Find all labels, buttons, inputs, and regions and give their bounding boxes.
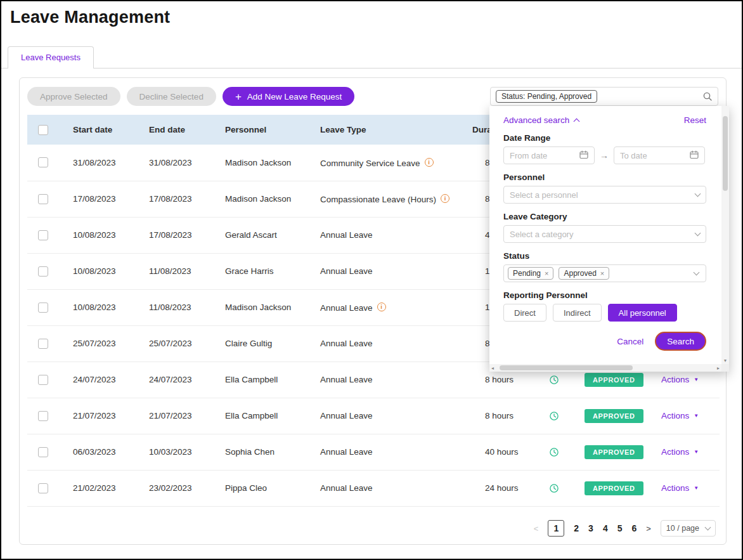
row-checkbox[interactable] (38, 266, 48, 277)
scroll-left-icon[interactable]: ◂ (491, 365, 494, 371)
pagination-prev[interactable]: < (534, 524, 539, 533)
row-checkbox[interactable] (38, 230, 48, 240)
row-checkbox[interactable] (38, 411, 48, 421)
scroll-right-icon[interactable]: ▸ (717, 365, 720, 371)
status-tag-approved[interactable]: Approved × (559, 267, 609, 280)
personnel-name: Madison Jackson (225, 303, 291, 312)
table-row: 06/03/2023 10/03/2023 Sophia Chen Annual… (27, 434, 720, 470)
clock-icon[interactable] (549, 411, 559, 421)
search-button[interactable]: Search (655, 332, 706, 351)
personnel-select[interactable]: Select a personnel (503, 186, 706, 204)
leave-category-label: Leave Category (503, 212, 706, 221)
end-date-cell: 17/08/2023 (135, 217, 211, 253)
caret-down-icon: ▼ (694, 413, 699, 419)
reset-link[interactable]: Reset (684, 115, 706, 125)
close-icon[interactable]: × (600, 270, 604, 277)
tab-leave-requests[interactable]: Leave Requests (8, 46, 94, 68)
actions-link[interactable]: Actions ▼ (661, 375, 699, 384)
row-checkbox[interactable] (38, 375, 48, 385)
info-icon[interactable]: i (441, 194, 449, 203)
info-icon[interactable]: i (425, 158, 434, 167)
vertical-scrollbar-thumb[interactable] (723, 116, 728, 191)
actions-cell: Actions ▼ (661, 434, 720, 470)
reporting-indirect-button[interactable]: Indirect (553, 304, 602, 322)
add-leave-request-button[interactable]: + Add New Leave Request (223, 87, 354, 106)
horizontal-scrollbar[interactable]: ◂ ▸ (489, 364, 721, 372)
reporting-personnel-label: Reporting Personnel (503, 290, 706, 300)
info-icon[interactable]: i (377, 303, 386, 311)
duration: 8 hours (485, 375, 514, 384)
leave-type: Annual Leave (320, 303, 373, 312)
leave-type-cell: Annual Leave (306, 470, 458, 506)
pagination-next[interactable]: > (646, 524, 651, 533)
actions-link[interactable]: Actions ▼ (661, 447, 699, 457)
clock-icon[interactable] (549, 375, 559, 385)
calendar-icon (690, 150, 699, 161)
search-icon[interactable] (702, 91, 713, 101)
search-input[interactable]: Status: Pending, Approved (490, 87, 718, 106)
col-start-date: Start date (59, 115, 135, 145)
decline-selected-button[interactable]: Decline Selected (127, 87, 216, 106)
duration-cell: 24 hours (458, 470, 579, 506)
row-checkbox[interactable] (38, 194, 48, 204)
status-multiselect[interactable]: Pending × Approved × (503, 264, 706, 282)
reporting-direct-button[interactable]: Direct (503, 304, 546, 322)
col-leave-type: Leave Type (306, 115, 458, 145)
scroll-down-icon[interactable]: ▾ (721, 358, 729, 363)
select-all-checkbox[interactable] (38, 125, 48, 135)
row-checkbox[interactable] (38, 157, 48, 167)
row-checkbox[interactable] (38, 447, 48, 457)
page-size-select[interactable]: 10 / page (661, 520, 716, 537)
leave-type: Annual Leave (320, 266, 373, 276)
clock-icon[interactable] (549, 447, 559, 457)
arrow-right-icon: → (600, 150, 609, 160)
pagination: < 123456 > 10 / page (534, 520, 716, 537)
search-filter-tag[interactable]: Status: Pending, Approved (496, 90, 597, 103)
start-date: 25/07/2023 (73, 339, 116, 348)
start-date-cell: 25/07/2023 (59, 325, 135, 361)
row-checkbox[interactable] (38, 483, 48, 493)
personnel-cell: Madison Jackson (211, 289, 306, 325)
reporting-all-personnel-button[interactable]: All personnel (608, 304, 677, 322)
pagination-page[interactable]: 6 (631, 523, 636, 533)
personnel-label: Personnel (503, 173, 706, 182)
end-date: 17/08/2023 (149, 194, 192, 204)
approve-selected-button[interactable]: Approve Selected (27, 87, 120, 106)
advanced-search-toggle[interactable]: Advanced search (503, 115, 579, 125)
status-cell: APPROVED (579, 470, 661, 506)
to-date-input[interactable]: To date (614, 147, 705, 164)
start-date: 17/08/2023 (73, 194, 116, 204)
pagination-page[interactable]: 2 (574, 523, 579, 533)
start-date: 06/03/2023 (73, 447, 116, 457)
pagination-page[interactable]: 1 (548, 520, 564, 537)
cancel-link[interactable]: Cancel (617, 337, 643, 346)
pagination-page[interactable]: 3 (588, 523, 593, 533)
actions-link[interactable]: Actions ▼ (661, 411, 699, 420)
leave-type-cell: Annual Leave (306, 217, 458, 253)
actions-label: Actions (661, 411, 689, 420)
leave-type-cell: Annual Leave (306, 361, 458, 398)
personnel-cell: Gerald Ascart (211, 217, 306, 253)
from-date-placeholder: From date (510, 151, 547, 160)
pagination-page[interactable]: 5 (617, 523, 623, 533)
vertical-scrollbar[interactable]: ▾ (721, 106, 729, 364)
end-date-cell: 31/08/2023 (135, 145, 211, 181)
row-checkbox[interactable] (38, 303, 48, 313)
close-icon[interactable]: × (545, 270, 548, 277)
pagination-page[interactable]: 4 (603, 523, 608, 533)
horizontal-scrollbar-thumb[interactable] (500, 365, 633, 370)
from-date-input[interactable]: From date (503, 147, 595, 164)
clock-icon[interactable] (549, 483, 559, 493)
start-date-cell: 10/08/2023 (59, 289, 135, 325)
status-badge: APPROVED (585, 373, 643, 387)
start-date: 21/07/2023 (73, 411, 116, 420)
end-date-cell: 11/08/2023 (135, 289, 211, 325)
actions-link[interactable]: Actions ▼ (661, 483, 699, 493)
leave-category-select[interactable]: Select a category (503, 225, 706, 243)
table-row: 21/02/2023 23/02/2023 Pippa Cleo Annual … (27, 470, 720, 506)
status-tag-label: Approved (564, 269, 596, 278)
actions-cell: Actions ▼ (661, 470, 720, 506)
row-checkbox[interactable] (38, 339, 48, 349)
col-personnel: Personnel (211, 115, 306, 145)
status-tag-pending[interactable]: Pending × (508, 267, 553, 280)
